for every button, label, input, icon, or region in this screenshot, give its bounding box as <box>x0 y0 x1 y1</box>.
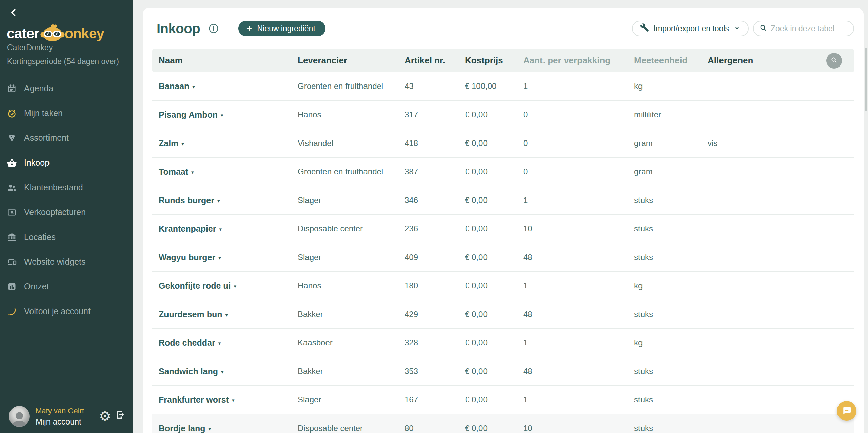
alarm-check-icon <box>7 108 17 118</box>
cell-kostprijs: € 0,00 <box>465 110 523 119</box>
ingredient-name-dropdown[interactable]: Tomaat ▾ <box>159 167 298 177</box>
sidebar-item-locaties[interactable]: Locaties <box>0 225 133 249</box>
cell-meeteenheid: stuks <box>634 195 708 205</box>
cell-kostprijs: € 0,00 <box>465 138 523 148</box>
new-ingredient-button[interactable]: + Nieuw ingrediënt <box>238 21 326 36</box>
table-search-input[interactable] <box>771 24 845 33</box>
caret-down-icon: ▾ <box>181 140 184 147</box>
sidebar-item-klantenbestand[interactable]: Klantenbestand <box>0 175 133 200</box>
cell-aant-per-verpakking: 10 <box>523 224 634 233</box>
sidebar-item-agenda[interactable]: Agenda <box>0 76 133 101</box>
monkey-logo-icon <box>39 24 64 43</box>
cell-artikel-nr: 317 <box>405 110 465 119</box>
table-row: Wagyu burger ▾ Slager 409 € 0,00 48 stuk… <box>152 243 854 272</box>
discount-period-note: Kortingsperiode (54 dagen over) <box>7 57 119 66</box>
sidebar-item-verkoopfacturen[interactable]: Verkoopfacturen <box>0 200 133 225</box>
invoice-icon <box>7 207 17 218</box>
table-row: Sandwich lang ▾ Bakker 353 € 0,00 48 stu… <box>152 357 854 386</box>
info-icon[interactable] <box>208 23 219 34</box>
cell-artikel-nr: 236 <box>405 224 465 233</box>
cell-aant-per-verpakking: 1 <box>523 338 634 347</box>
content-card: Inkoop + Nieuw ingrediënt <box>143 8 864 433</box>
collapse-sidebar-button[interactable] <box>8 7 20 18</box>
ingredient-name-dropdown[interactable]: Banaan ▾ <box>159 81 298 91</box>
column-header-naam: Naam <box>159 55 298 66</box>
page-header: Inkoop + Nieuw ingrediënt <box>152 8 854 49</box>
main-area: Inkoop + Nieuw ingrediënt <box>133 0 868 433</box>
settings-gear-icon[interactable]: ⚙ <box>99 409 111 423</box>
table-scrollbar[interactable] <box>865 48 867 111</box>
ingredient-name: Tomaat <box>159 167 188 177</box>
chat-launcher-button[interactable] <box>837 401 856 421</box>
cell-aant-per-verpakking: 1 <box>523 281 634 290</box>
cell-meeteenheid: gram <box>634 167 708 176</box>
ingredient-name-dropdown[interactable]: Runds burger ▾ <box>159 195 298 205</box>
import-export-tools-button[interactable]: Import/export en tools <box>632 21 749 36</box>
column-search-button[interactable] <box>826 53 842 69</box>
sidebar-item-mijn-taken[interactable]: Mijn taken <box>0 101 133 126</box>
sidebar-item-label: Website widgets <box>24 257 86 267</box>
sidebar-item-website-widgets[interactable]: Website widgets <box>0 249 133 274</box>
cell-leverancier: Hanos <box>298 281 405 290</box>
ingredient-name-dropdown[interactable]: Bordje lang ▾ <box>159 423 298 433</box>
table-body: Banaan ▾ Groenten en fruithandel 43 € 10… <box>152 72 854 433</box>
cell-aant-per-verpakking: 0 <box>523 167 634 176</box>
page-title: Inkoop <box>157 21 200 36</box>
cell-kostprijs: € 100,00 <box>465 81 523 91</box>
caret-down-icon: ▾ <box>219 225 222 232</box>
my-account-link[interactable]: Mijn account <box>36 417 84 427</box>
caret-down-icon: ▾ <box>221 111 223 118</box>
cell-leverancier: Kaasboer <box>298 338 405 347</box>
ingredient-name-dropdown[interactable]: Frankfurter worst ▾ <box>159 395 298 405</box>
sidebar-item-voltooi-account[interactable]: Voltooi je account <box>0 299 133 324</box>
ingredient-name-dropdown[interactable]: Zuurdesem bun ▾ <box>159 309 298 319</box>
sidebar-item-label: Voltooi je account <box>24 306 91 316</box>
cell-leverancier: Slager <box>298 195 405 205</box>
table-row: Banaan ▾ Groenten en fruithandel 43 € 10… <box>152 72 854 101</box>
ingredient-name-dropdown[interactable]: Wagyu burger ▾ <box>159 252 298 262</box>
ingredient-name: Gekonfijte rode ui <box>159 281 231 291</box>
sidebar-item-omzet[interactable]: Omzet <box>0 274 133 299</box>
cell-artikel-nr: 167 <box>405 395 465 404</box>
sidebar-item-label: Agenda <box>24 83 53 93</box>
sidebar-item-label: Assortiment <box>24 133 69 143</box>
caret-down-icon: ▾ <box>221 368 224 375</box>
caret-down-icon: ▾ <box>232 396 235 403</box>
cell-leverancier: Bakker <box>298 309 405 319</box>
cell-meeteenheid: kg <box>634 81 708 91</box>
cell-meeteenheid: gram <box>634 138 708 148</box>
cell-artikel-nr: 353 <box>405 366 465 376</box>
ingredient-name-dropdown[interactable]: Krantenpapier ▾ <box>159 224 298 234</box>
user-account-block[interactable]: Maty van Geirt Mijn account <box>9 406 84 427</box>
table-row: Tomaat ▾ Groenten en fruithandel 387 € 0… <box>152 158 854 186</box>
search-icon <box>830 56 838 65</box>
ingredient-name-dropdown[interactable]: Rode cheddar ▾ <box>159 338 298 348</box>
cell-artikel-nr: 80 <box>405 423 465 433</box>
cell-artikel-nr: 328 <box>405 338 465 347</box>
cell-kostprijs: € 0,00 <box>465 338 523 347</box>
ingredient-name-dropdown[interactable]: Sandwich lang ▾ <box>159 366 298 376</box>
ingredient-name-dropdown[interactable]: Pisang Ambon ▾ <box>159 110 298 120</box>
sidebar-item-label: Klantenbestand <box>24 183 83 192</box>
cell-leverancier: Groenten en fruithandel <box>298 167 405 176</box>
column-header-aant-per-verpakking: Aant. per verpakking <box>523 55 634 66</box>
ingredient-name-dropdown[interactable]: Zalm ▾ <box>159 138 298 148</box>
caret-down-icon: ▾ <box>218 339 221 346</box>
column-header-meeteenheid: Meeteenheid <box>634 55 708 66</box>
cell-artikel-nr: 180 <box>405 281 465 290</box>
sidebar-item-assortiment[interactable]: Assortiment <box>0 126 133 150</box>
ingredient-name: Frankfurter worst <box>159 395 229 405</box>
cell-kostprijs: € 0,00 <box>465 423 523 433</box>
chat-bubble-icon <box>841 404 852 417</box>
cell-aant-per-verpakking: 1 <box>523 195 634 205</box>
logout-icon[interactable] <box>115 409 127 422</box>
sidebar-item-inkoop[interactable]: Inkoop <box>0 150 133 175</box>
column-header-kostprijs: Kostprijs <box>465 55 523 66</box>
user-avatar <box>9 406 30 427</box>
header-controls: Import/export en tools <box>632 21 854 36</box>
ingredient-name-dropdown[interactable]: Gekonfijte rode ui ▾ <box>159 281 298 291</box>
bar-chart-icon <box>7 282 17 292</box>
table-row: Rode cheddar ▾ Kaasboer 328 € 0,00 1 kg <box>152 329 854 357</box>
cell-meeteenheid: stuks <box>634 423 708 433</box>
table-row: Runds burger ▾ Slager 346 € 0,00 1 stuks <box>152 186 854 215</box>
